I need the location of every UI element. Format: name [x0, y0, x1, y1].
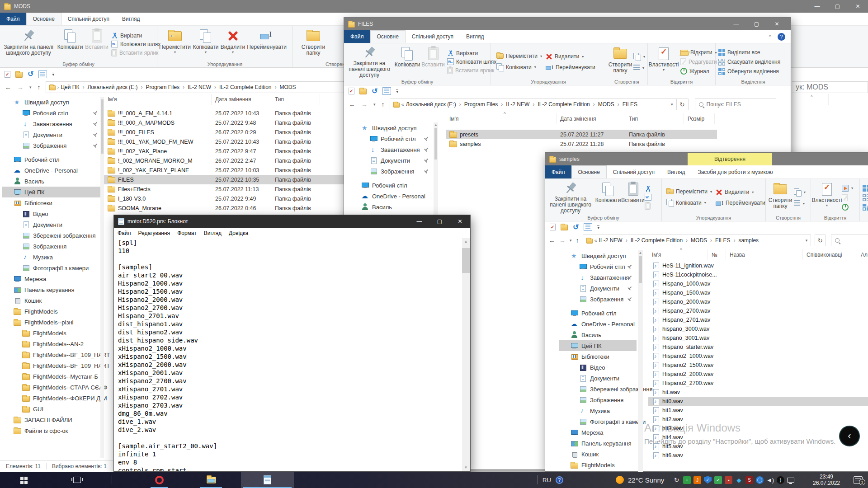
breadcrumb-item[interactable]: FILES [715, 237, 738, 244]
sidebar-item[interactable]: Збережені зображення [2, 230, 102, 241]
files-search-input[interactable]: Пошук: FILES [695, 99, 776, 110]
taskbar-explorer-button[interactable] [198, 472, 224, 488]
copy-button[interactable]: Копіювати [56, 28, 84, 61]
select-none-button[interactable] [863, 194, 868, 201]
sidebar-item[interactable]: Завантаження [349, 144, 433, 155]
sidebar-item[interactable]: FlightModels [559, 460, 637, 470]
sidebar-item[interactable]: Збережені зображення [559, 384, 637, 394]
file-row[interactable]: HeS-11_ignition.wav [648, 261, 868, 270]
up-icon[interactable]: ↑ [576, 237, 579, 244]
rename-button[interactable]: Перейменувати [716, 200, 765, 206]
start-button[interactable] [11, 472, 36, 488]
breadcrumb-item[interactable]: Program Files [146, 84, 188, 90]
sidebar-item[interactable]: Мережа [2, 273, 102, 284]
close-button[interactable]: ✕ [450, 215, 470, 228]
file-row[interactable]: Hispano_starter.wav [648, 343, 868, 352]
taskbar-opera-button[interactable] [148, 472, 170, 488]
new-folder-quick-icon[interactable] [359, 89, 367, 94]
move-button[interactable]: Перемістити [666, 188, 712, 195]
tab-music-tools[interactable]: Засоби для роботи з музикою [691, 165, 779, 178]
undo-icon[interactable]: ↺ [28, 71, 33, 77]
copy-path-button[interactable] [645, 194, 651, 201]
tray-icon[interactable] [714, 476, 722, 484]
play-button[interactable] [842, 185, 853, 192]
new-item-button[interactable] [794, 188, 806, 196]
sidebar-item[interactable]: Робочий стіл [2, 108, 102, 118]
sidebar-item[interactable]: OneDrive - Personal [2, 165, 102, 176]
sidebar-item[interactable]: Цей ПК [2, 187, 102, 197]
sidebar-item[interactable]: Завантаження [559, 272, 637, 283]
up-icon[interactable]: ↑ [382, 101, 385, 108]
rename-button[interactable]: Перейменувати [546, 64, 595, 71]
minimize-button[interactable]: — [807, 0, 827, 13]
copy-to-button[interactable]: Копіювати [192, 28, 220, 61]
file-row[interactable]: hit5.wav [648, 442, 868, 451]
file-row[interactable]: Hispano_2700.wav [648, 306, 868, 315]
recent-locations-dropdown[interactable]: ▾ [570, 238, 572, 243]
tab-home[interactable]: Основне [370, 30, 406, 43]
samples-tree-scrollbar[interactable]: ▲ [638, 250, 643, 472]
recent-locations-dropdown[interactable]: ▾ [373, 102, 376, 107]
back-icon[interactable]: ← [349, 101, 355, 108]
new-folder-button[interactable]: Створити папку [297, 28, 329, 61]
breadcrumb-item[interactable]: Цей ПК [61, 84, 87, 90]
move-button[interactable]: Перемістити [158, 28, 192, 61]
contextual-tab-playback[interactable]: Відтворення [688, 153, 772, 165]
sidebar-item[interactable]: Музика [2, 252, 102, 263]
open-button[interactable]: Відкрити [680, 49, 717, 56]
breadcrumb-item[interactable]: samples [738, 237, 765, 244]
easy-access-button[interactable] [794, 200, 806, 206]
sidebar-item[interactable]: Робочий стіл [559, 308, 637, 319]
help-icon[interactable]: ? [778, 33, 785, 41]
tray-icon[interactable] [683, 476, 691, 484]
sidebar-item[interactable]: Фотографії з камери [559, 416, 637, 427]
pin-to-quick-access-button[interactable]: Закріпити на панелі швидкого доступу [345, 45, 394, 79]
breadcrumb-item[interactable]: MODS [598, 101, 623, 108]
properties-button[interactable]: Властивості [649, 45, 679, 79]
sidebar-item[interactable]: Цей ПК [559, 340, 637, 351]
tab-file[interactable]: Файл [0, 13, 26, 25]
column-header-name[interactable]: Ім'я [104, 94, 212, 105]
column-header-size[interactable]: Розмір [684, 113, 715, 124]
paste-button[interactable]: Вставити [621, 181, 645, 214]
paste-button[interactable]: Вставити [421, 45, 445, 79]
up-icon[interactable]: ↑ [38, 84, 41, 91]
file-row[interactable]: hit.wav [648, 388, 868, 397]
breadcrumb[interactable]: « IL-2 NEWIL-2 Complete EditionMODSFILES… [583, 235, 811, 246]
mods-search-input[interactable]: ук: MODS [792, 81, 868, 93]
sidebar-item[interactable]: FlightModels--BF_109_HART [2, 349, 102, 360]
new-folder-quick-icon[interactable] [15, 72, 23, 78]
breadcrumb-item[interactable]: Локальний диск (E:) [406, 101, 464, 108]
mods-tree-scrollbar[interactable] [100, 97, 104, 458]
notepad-text-area[interactable]: [spl]110[samples]air_start2_00.wavHispan… [114, 239, 462, 471]
file-row[interactable]: Hispano2_2000.wav [648, 370, 868, 379]
view-toggle-icon[interactable] [584, 223, 592, 231]
sidebar-item[interactable]: Відео [559, 362, 637, 373]
properties-quick-icon[interactable] [550, 224, 556, 230]
sidebar-item[interactable]: Зображення [2, 140, 102, 151]
file-row[interactable]: hit3.wav [648, 424, 868, 433]
sidebar-item[interactable]: Документи [559, 283, 637, 294]
file-row[interactable]: Hispano_1500.wav [648, 288, 868, 297]
select-all-button[interactable] [863, 185, 868, 192]
weather-widget[interactable]: 22°C Sunny [616, 472, 664, 488]
sidebar-item[interactable]: Василь [349, 202, 433, 212]
tab-view[interactable]: Вигляд [460, 30, 490, 43]
breadcrumb-item[interactable]: FILES [623, 101, 644, 108]
invert-selection-button[interactable] [863, 204, 868, 211]
tray-icon[interactable] [766, 476, 774, 484]
file-row[interactable]: Hispano_1000.wav [648, 279, 868, 288]
column-header-title[interactable]: Назва [726, 249, 803, 260]
refresh-icon[interactable]: ↻ [677, 99, 689, 110]
paste-shortcut-button[interactable]: Вставити ярлик [447, 67, 496, 74]
sidebar-item[interactable]: Мережа [559, 427, 637, 438]
file-row[interactable]: Hispano2_2700.wav [648, 379, 868, 388]
copy-button[interactable]: Копіювати [595, 181, 621, 214]
task-view-button[interactable] [65, 472, 89, 488]
breadcrumb-item[interactable]: IL-2 NEW [506, 101, 538, 108]
file-row[interactable]: presets 25.07.2022 11:27 Папка файлів [446, 130, 717, 139]
address-dropdown-icon[interactable]: ▾ [803, 238, 808, 243]
edit-button[interactable]: Редагувати [680, 58, 717, 65]
sidebar-item[interactable]: Робочий стіл [349, 133, 433, 144]
notification-center-button[interactable]: 1 [848, 472, 868, 488]
